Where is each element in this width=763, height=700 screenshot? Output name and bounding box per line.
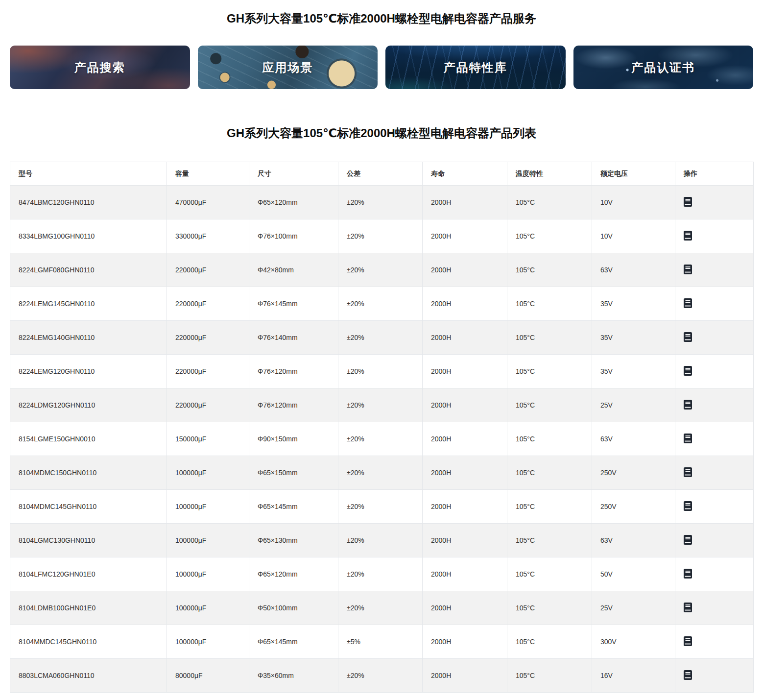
cell-size: Φ76×100mm	[249, 219, 338, 253]
cell-size: Φ90×150mm	[249, 422, 338, 456]
cell-lifetime: 2000H	[423, 557, 507, 591]
cell-size: Φ76×140mm	[249, 321, 338, 355]
cell-size: Φ35×60mm	[249, 659, 338, 693]
cell-temperature: 105°C	[507, 287, 592, 321]
book-icon	[684, 366, 692, 376]
cell-lifetime: 2000H	[423, 659, 507, 693]
cell-voltage: 300V	[592, 625, 675, 659]
row-detail-button[interactable]	[684, 366, 692, 376]
cell-temperature: 105°C	[507, 524, 592, 557]
cell-model: 8104LDMB100GHN01E0	[10, 591, 167, 625]
row-detail-button[interactable]	[684, 197, 692, 207]
cell-size: Φ65×145mm	[249, 625, 338, 659]
row-detail-button[interactable]	[684, 400, 692, 410]
row-detail-button[interactable]	[684, 670, 692, 680]
cell-capacity: 470000μF	[167, 186, 249, 219]
cell-tolerance: ±20%	[338, 186, 423, 219]
product-list-title: GH系列大容量105℃标准2000H螺栓型电解电容器产品列表	[10, 126, 753, 140]
cell-capacity: 80000μF	[167, 659, 249, 693]
nav-button-characteristics-library[interactable]: 产品特性库	[385, 46, 566, 89]
cell-size: Φ76×145mm	[249, 287, 338, 321]
row-detail-button[interactable]	[684, 332, 692, 342]
cell-tolerance: ±20%	[338, 456, 423, 490]
book-icon	[684, 434, 692, 443]
cell-size: Φ76×120mm	[249, 355, 338, 388]
row-detail-button[interactable]	[684, 535, 692, 545]
table-row: 8104MDMC145GHN0110 100000μF Φ65×145mm ±2…	[10, 490, 754, 524]
nav-button-application-scenes[interactable]: 应用场景	[198, 46, 378, 89]
table-row: 8104LFMC120GHN01E0 100000μF Φ65×120mm ±2…	[10, 557, 754, 591]
table-row: 8104LGMC130GHN0110 100000μF Φ65×130mm ±2…	[10, 524, 754, 557]
table-row: 8224LEMG120GHN0110 220000μF Φ76×120mm ±2…	[10, 355, 754, 388]
column-header-lifetime: 寿命	[423, 162, 507, 186]
row-detail-button[interactable]	[684, 231, 692, 241]
book-icon	[684, 603, 692, 612]
nav-banner-row: 产品搜索 应用场景 产品特性库 产品认证书	[10, 46, 753, 89]
table-row: 8224LEMG140GHN0110 220000μF Φ76×140mm ±2…	[10, 321, 754, 355]
cell-actions	[675, 321, 754, 355]
nav-button-label: 产品认证书	[631, 60, 695, 75]
cell-temperature: 105°C	[507, 490, 592, 524]
cell-actions	[675, 625, 754, 659]
cell-tolerance: ±20%	[338, 287, 423, 321]
cell-actions	[675, 456, 754, 490]
book-icon	[684, 467, 692, 477]
cell-tolerance: ±20%	[338, 355, 423, 388]
cell-tolerance: ±20%	[338, 490, 423, 524]
book-icon	[684, 298, 692, 308]
cell-model: 8104MDMC145GHN0110	[10, 490, 167, 524]
cell-size: Φ65×150mm	[249, 456, 338, 490]
cell-lifetime: 2000H	[423, 186, 507, 219]
cell-tolerance: ±20%	[338, 659, 423, 693]
cell-actions	[675, 355, 754, 388]
row-detail-button[interactable]	[684, 569, 692, 579]
cell-tolerance: ±20%	[338, 253, 423, 287]
nav-button-certificates[interactable]: 产品认证书	[573, 46, 754, 89]
row-detail-button[interactable]	[684, 603, 692, 612]
cell-temperature: 105°C	[507, 456, 592, 490]
cell-size: Φ65×120mm	[249, 186, 338, 219]
book-icon	[684, 332, 692, 342]
cell-actions	[675, 287, 754, 321]
cell-voltage: 63V	[592, 524, 675, 557]
cell-size: Φ76×120mm	[249, 388, 338, 422]
cell-actions	[675, 524, 754, 557]
book-icon	[684, 535, 692, 545]
cell-actions	[675, 422, 754, 456]
cell-capacity: 150000μF	[167, 422, 249, 456]
row-detail-button[interactable]	[684, 265, 692, 274]
cell-actions	[675, 219, 754, 253]
cell-actions	[675, 557, 754, 591]
table-row: 8334LBMG100GHN0110 330000μF Φ76×100mm ±2…	[10, 219, 754, 253]
nav-button-product-search[interactable]: 产品搜索	[10, 46, 190, 89]
cell-actions	[675, 388, 754, 422]
cell-capacity: 330000μF	[167, 219, 249, 253]
row-detail-button[interactable]	[684, 501, 692, 511]
page-title: GH系列大容量105℃标准2000H螺栓型电解电容器产品服务	[10, 12, 753, 25]
cell-tolerance: ±20%	[338, 591, 423, 625]
table-row: 8474LBMC120GHN0110 470000μF Φ65×120mm ±2…	[10, 186, 754, 219]
row-detail-button[interactable]	[684, 298, 692, 308]
cell-lifetime: 2000H	[423, 490, 507, 524]
cell-voltage: 50V	[592, 557, 675, 591]
book-icon	[684, 569, 692, 579]
product-table-header: 型号 容量 尺寸 公差 寿命 温度特性 额定电压 操作	[10, 162, 754, 186]
cell-voltage: 35V	[592, 287, 675, 321]
cell-size: Φ42×80mm	[249, 253, 338, 287]
cell-model: 8224LEMG120GHN0110	[10, 355, 167, 388]
product-table: 型号 容量 尺寸 公差 寿命 温度特性 额定电压 操作 8474LBMC120G…	[10, 162, 754, 693]
cell-voltage: 25V	[592, 388, 675, 422]
book-icon	[684, 636, 692, 646]
cell-model: 8474LBMC120GHN0110	[10, 186, 167, 219]
cell-actions	[675, 186, 754, 219]
row-detail-button[interactable]	[684, 636, 692, 646]
cell-model: 8224LEMG140GHN0110	[10, 321, 167, 355]
row-detail-button[interactable]	[684, 467, 692, 477]
cell-size: Φ65×130mm	[249, 524, 338, 557]
cell-capacity: 220000μF	[167, 287, 249, 321]
row-detail-button[interactable]	[684, 434, 692, 443]
table-row: 8104MMDC145GHN0110 100000μF Φ65×145mm ±5…	[10, 625, 754, 659]
table-row: 8224LGMF080GHN0110 220000μF Φ42×80mm ±20…	[10, 253, 754, 287]
column-header-size: 尺寸	[249, 162, 338, 186]
column-header-actions: 操作	[675, 162, 754, 186]
